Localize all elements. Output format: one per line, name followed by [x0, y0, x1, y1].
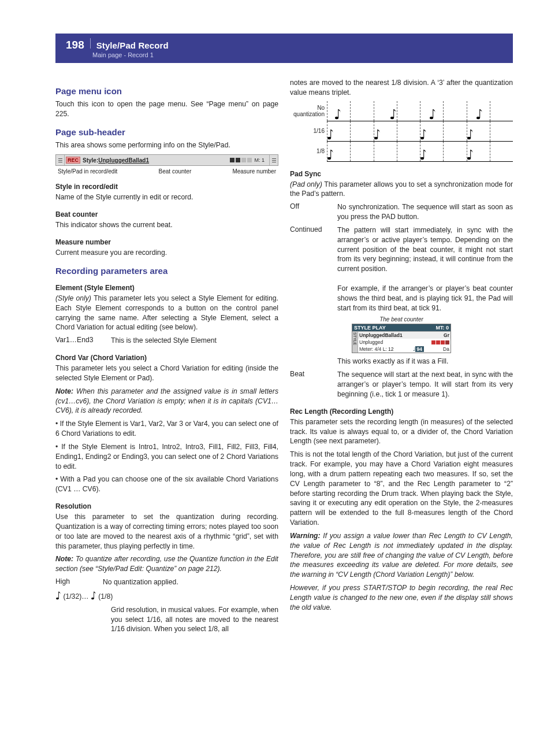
note-icon — [420, 149, 427, 160]
note-icon — [467, 149, 474, 160]
para-element: (Style only) This parameter lets you sel… — [55, 294, 278, 332]
heading-chord-var: Chord Var (Chord Variation) — [55, 354, 278, 362]
para-chord-var: This parameter lets you select a Chord V… — [55, 364, 278, 383]
note-icon — [327, 128, 334, 140]
warning-reclen-2: However, if you press START/STOP to begi… — [290, 583, 513, 612]
res-high-key: High — [55, 577, 96, 587]
heading-rec-length: Rec Length (Recording Length) — [290, 407, 513, 416]
style-name: UnpluggedBallad1 — [98, 157, 149, 164]
res-range-a: (1/32)… — [63, 592, 88, 601]
para-continuation: notes are moved to the nearest 1/8 divis… — [290, 78, 513, 98]
warning-label: Warning: — [290, 532, 321, 540]
bf-beat-dots — [431, 340, 449, 344]
page-header: 198 Style/Pad Record Main page - Record … — [55, 34, 513, 63]
para-subheader: This area shows some performing info on … — [55, 140, 278, 150]
heading-recording-params: Recording parameters area — [55, 266, 278, 276]
note-icon — [374, 128, 381, 140]
resolution-range: (1/32)… (1/8) — [55, 591, 278, 602]
res-high-val: No quantization applied. — [103, 577, 278, 587]
para-pad-sync: (Pad only) This parameter allows you to … — [290, 180, 513, 199]
callout-style: Style/Pad in record/edit — [58, 168, 117, 175]
element-tag: (Style only) — [55, 294, 94, 302]
note-icon — [476, 108, 483, 120]
beat-counter-caption: The beat counter — [290, 316, 513, 323]
cv-bullet-1: • If the Style Element is Var1, Var2, Va… — [55, 419, 278, 439]
element-range-val: This is the selected Style Element — [111, 336, 278, 346]
note-label: Note: — [55, 555, 73, 563]
heading-beat-counter: Beat counter — [55, 210, 278, 218]
padsync-beat-val: The sequence will start at the next beat… — [337, 370, 513, 399]
page-number: 198 — [66, 39, 84, 51]
note-icon — [429, 108, 436, 120]
page-menu-icon — [269, 155, 278, 165]
bf-title: STYLE PLAY — [354, 325, 386, 331]
padsync-cont-key: Continued — [290, 225, 330, 313]
padsync-cont-tail: This works exactly as if it was a Fill. — [337, 357, 513, 366]
left-column: Page menu icon Touch this icon to open t… — [55, 78, 278, 638]
note-icon — [334, 108, 341, 120]
note-chord-var: Note: When this parameter and the assign… — [55, 387, 278, 416]
element-range-row: Var1…End3 This is the selected Style Ele… — [55, 336, 278, 346]
note-icon — [390, 108, 397, 120]
note-icon — [467, 128, 474, 140]
subheader-callouts: Style/Pad in record/edit Beat counter Me… — [58, 168, 276, 175]
right-column: notes are moved to the nearest 1/8 divis… — [290, 78, 513, 638]
para-reclen-1: This parameter sets the recording length… — [290, 417, 513, 446]
heading-element: Element (Style Element) — [55, 284, 278, 292]
heading-page-subheader: Page sub-header — [55, 127, 278, 137]
padsync-continued-row: Continued The pattern will start immedia… — [290, 225, 513, 313]
bf-mt: MT: 0 — [436, 325, 449, 331]
para-reclen-2: This is not the total length of the Chor… — [290, 450, 513, 528]
note-icon — [420, 128, 427, 140]
para-beat-counter: This indicator shows the current beat. — [55, 220, 278, 230]
header-subtitle: Main page - Record 1 — [92, 51, 506, 58]
note-icon — [91, 591, 96, 600]
padsync-cont-val: The pattern will start immediately, in s… — [337, 225, 513, 313]
beat-indicator — [230, 158, 252, 162]
para-pagemenu: Touch this icon to open the page menu. S… — [55, 99, 278, 119]
rec-badge: REC — [66, 157, 80, 164]
bf-unplugged: Unplugged — [359, 339, 383, 345]
res-range-b: (1/8) — [98, 592, 113, 601]
measure-readout: M: 1 — [254, 157, 265, 163]
padsync-off-val: No synchronization. The sequence will st… — [337, 202, 513, 222]
bf-meter: Meter: 4/4 L: 12 — [359, 346, 394, 352]
quant-row-label: 1/8 — [290, 141, 327, 161]
bf-style-name: UnpluggedBallad1 — [359, 332, 403, 338]
bf-tempo: 94 — [415, 346, 424, 352]
heading-resolution: Resolution — [55, 502, 278, 510]
quant-row-16 — [327, 121, 513, 141]
resolution-high-row: High No quantization applied. — [55, 577, 278, 587]
note-icon — [327, 149, 334, 160]
heading-measure-number: Measure number — [55, 238, 278, 246]
resolution-grid-row: Grid resolution, in musical values. For … — [55, 605, 278, 634]
padsync-beat-row: Beat The sequence will start at the next… — [290, 370, 513, 399]
heading-page-menu-icon: Page menu icon — [55, 86, 278, 96]
style-field: Style:UnpluggedBallad1 — [83, 157, 149, 164]
padsync-off-key: Off — [290, 202, 330, 222]
callout-measure: Measure number — [232, 168, 276, 175]
quant-row-none — [327, 101, 513, 121]
note-body: To quantize after recording, use the Qua… — [55, 555, 278, 573]
res-grid-val: Grid resolution, in musical values. For … — [111, 605, 278, 634]
callout-beat: Beat counter — [159, 168, 192, 175]
heading-pad-sync: Pad Sync — [290, 170, 513, 178]
beat-counter-figure: STYLE PLAY MT: 0 STYLE UnpluggedBallad1 … — [352, 324, 451, 353]
bf-side-label: STYLE — [352, 332, 358, 353]
padsync-tag: (Pad only) — [290, 180, 324, 188]
quant-row-8 — [327, 141, 513, 161]
note-resolution: Note: To quantize after recording, use t… — [55, 554, 278, 574]
res-grid-key — [55, 605, 104, 634]
cv-bullet-2: • If the Style Element is Intro1, Intro2… — [55, 442, 278, 471]
bf-gr: Gr — [444, 332, 449, 338]
note-icon — [55, 591, 61, 600]
element-range-key: Var1…End3 — [55, 336, 104, 346]
quantization-figure: No quantization 1/16 — [290, 101, 513, 162]
header-title: Style/Pad Record — [96, 40, 169, 50]
quant-row-label: No quantization — [290, 101, 327, 121]
quant-row-label: 1/16 — [290, 121, 327, 141]
padsync-off-row: Off No synchronization. The sequence wil… — [290, 202, 513, 222]
hamburger-icon — [56, 155, 65, 165]
subheader-strip-figure: REC Style:UnpluggedBallad1 M: 1 — [55, 154, 278, 166]
note-label: Note: — [55, 387, 73, 395]
